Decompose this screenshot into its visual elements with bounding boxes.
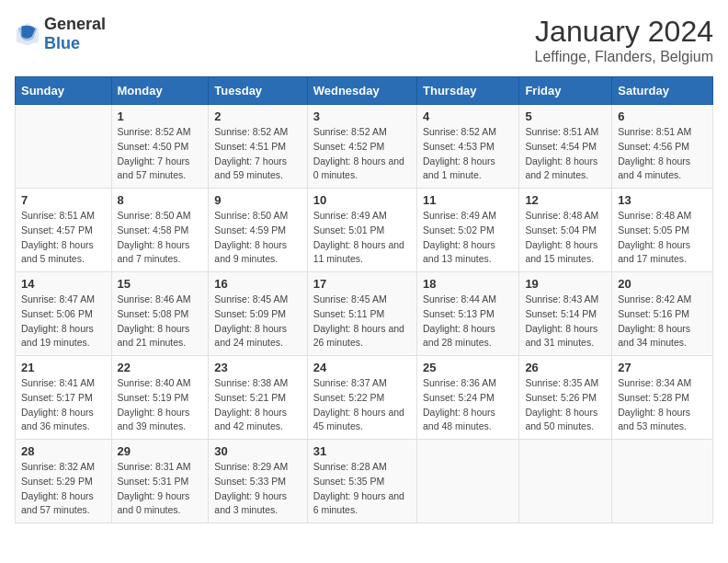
calendar-day-cell: 11Sunrise: 8:49 AMSunset: 5:02 PMDayligh… xyxy=(417,189,519,272)
calendar-day-cell: 25Sunrise: 8:36 AMSunset: 5:24 PMDayligh… xyxy=(417,356,519,440)
day-number: 21 xyxy=(21,361,106,374)
day-number: 10 xyxy=(313,193,411,207)
logo-general: General xyxy=(44,15,106,33)
calendar-day-cell: 8Sunrise: 8:50 AMSunset: 4:58 PMDaylight… xyxy=(111,189,209,272)
day-details: Sunrise: 8:29 AMSunset: 5:33 PMDaylight:… xyxy=(214,460,301,518)
calendar-day-cell: 19Sunrise: 8:43 AMSunset: 5:14 PMDayligh… xyxy=(519,272,612,356)
day-number: 29 xyxy=(118,444,203,458)
logo: General Blue xyxy=(15,15,106,53)
day-number: 31 xyxy=(313,444,411,458)
title-block: January 2024 Leffinge, Flanders, Belgium xyxy=(535,15,713,65)
location-title: Leffinge, Flanders, Belgium xyxy=(535,49,713,65)
day-number: 3 xyxy=(313,109,411,123)
day-details: Sunrise: 8:44 AMSunset: 5:13 PMDaylight:… xyxy=(423,293,513,350)
day-details: Sunrise: 8:46 AMSunset: 5:08 PMDaylight:… xyxy=(118,293,203,350)
day-number: 12 xyxy=(525,193,606,207)
day-details: Sunrise: 8:45 AMSunset: 5:09 PMDaylight:… xyxy=(214,293,301,350)
month-title: January 2024 xyxy=(535,15,713,49)
day-details: Sunrise: 8:51 AMSunset: 4:56 PMDaylight:… xyxy=(618,125,707,183)
calendar-day-cell: 24Sunrise: 8:37 AMSunset: 5:22 PMDayligh… xyxy=(307,356,416,440)
weekday-header: Saturday xyxy=(612,77,713,105)
day-details: Sunrise: 8:49 AMSunset: 5:01 PMDaylight:… xyxy=(313,209,411,267)
calendar-day-cell: 31Sunrise: 8:28 AMSunset: 5:35 PMDayligh… xyxy=(307,440,416,523)
day-number: 20 xyxy=(618,277,707,291)
calendar-day-cell: 26Sunrise: 8:35 AMSunset: 5:26 PMDayligh… xyxy=(519,356,612,440)
calendar-day-cell xyxy=(519,440,612,523)
calendar-day-cell: 9Sunrise: 8:50 AMSunset: 4:59 PMDaylight… xyxy=(209,189,307,272)
calendar-day-cell: 16Sunrise: 8:45 AMSunset: 5:09 PMDayligh… xyxy=(209,272,307,356)
calendar-day-cell: 21Sunrise: 8:41 AMSunset: 5:17 PMDayligh… xyxy=(16,356,112,440)
calendar-day-cell: 2Sunrise: 8:52 AMSunset: 4:51 PMDaylight… xyxy=(209,105,307,189)
day-details: Sunrise: 8:52 AMSunset: 4:53 PMDaylight:… xyxy=(423,125,513,183)
page-header: General Blue January 2024 Leffinge, Flan… xyxy=(15,15,713,65)
day-number: 30 xyxy=(214,444,301,458)
calendar-day-cell: 17Sunrise: 8:45 AMSunset: 5:11 PMDayligh… xyxy=(307,272,416,356)
logo-icon xyxy=(15,21,40,47)
day-number: 9 xyxy=(214,193,301,207)
day-details: Sunrise: 8:48 AMSunset: 5:05 PMDaylight:… xyxy=(618,209,707,267)
logo-blue: Blue xyxy=(44,34,80,52)
calendar-day-cell: 5Sunrise: 8:51 AMSunset: 4:54 PMDaylight… xyxy=(519,105,612,189)
day-number: 18 xyxy=(423,277,513,291)
day-number: 5 xyxy=(525,109,606,123)
day-number: 22 xyxy=(118,361,203,374)
calendar-week-row: 7Sunrise: 8:51 AMSunset: 4:57 PMDaylight… xyxy=(16,189,713,272)
day-details: Sunrise: 8:48 AMSunset: 5:04 PMDaylight:… xyxy=(525,209,606,267)
calendar-day-cell: 23Sunrise: 8:38 AMSunset: 5:21 PMDayligh… xyxy=(209,356,307,440)
weekday-header: Sunday xyxy=(16,77,112,105)
calendar-day-cell: 27Sunrise: 8:34 AMSunset: 5:28 PMDayligh… xyxy=(612,356,713,440)
day-details: Sunrise: 8:34 AMSunset: 5:28 PMDaylight:… xyxy=(618,376,707,434)
day-details: Sunrise: 8:47 AMSunset: 5:06 PMDaylight:… xyxy=(21,293,106,350)
calendar-header-row: SundayMondayTuesdayWednesdayThursdayFrid… xyxy=(16,77,713,105)
day-number: 24 xyxy=(313,361,411,374)
day-details: Sunrise: 8:45 AMSunset: 5:11 PMDaylight:… xyxy=(313,293,411,350)
day-details: Sunrise: 8:51 AMSunset: 4:54 PMDaylight:… xyxy=(525,125,606,183)
day-details: Sunrise: 8:43 AMSunset: 5:14 PMDaylight:… xyxy=(525,293,606,350)
calendar-week-row: 28Sunrise: 8:32 AMSunset: 5:29 PMDayligh… xyxy=(16,440,713,523)
calendar-day-cell: 3Sunrise: 8:52 AMSunset: 4:52 PMDaylight… xyxy=(307,105,416,189)
day-details: Sunrise: 8:50 AMSunset: 4:59 PMDaylight:… xyxy=(214,209,301,267)
calendar-week-row: 1Sunrise: 8:52 AMSunset: 4:50 PMDaylight… xyxy=(16,105,713,189)
day-number: 8 xyxy=(118,193,203,207)
calendar-day-cell: 10Sunrise: 8:49 AMSunset: 5:01 PMDayligh… xyxy=(307,189,416,272)
day-number: 15 xyxy=(118,277,203,291)
day-details: Sunrise: 8:52 AMSunset: 4:52 PMDaylight:… xyxy=(313,125,411,183)
day-details: Sunrise: 8:36 AMSunset: 5:24 PMDaylight:… xyxy=(423,376,513,434)
calendar-day-cell: 28Sunrise: 8:32 AMSunset: 5:29 PMDayligh… xyxy=(16,440,112,523)
day-number: 27 xyxy=(618,361,707,374)
day-number: 25 xyxy=(423,361,513,374)
weekday-header: Monday xyxy=(111,77,209,105)
day-details: Sunrise: 8:31 AMSunset: 5:31 PMDaylight:… xyxy=(118,460,203,518)
day-number: 28 xyxy=(21,444,106,458)
calendar-day-cell: 6Sunrise: 8:51 AMSunset: 4:56 PMDaylight… xyxy=(612,105,713,189)
day-details: Sunrise: 8:41 AMSunset: 5:17 PMDaylight:… xyxy=(21,376,106,434)
calendar-day-cell xyxy=(612,440,713,523)
day-details: Sunrise: 8:50 AMSunset: 4:58 PMDaylight:… xyxy=(118,209,203,267)
day-details: Sunrise: 8:28 AMSunset: 5:35 PMDaylight:… xyxy=(313,460,411,518)
day-number: 23 xyxy=(214,361,301,374)
calendar-day-cell: 30Sunrise: 8:29 AMSunset: 5:33 PMDayligh… xyxy=(209,440,307,523)
weekday-header: Friday xyxy=(519,77,612,105)
day-number: 4 xyxy=(423,109,513,123)
calendar-day-cell: 20Sunrise: 8:42 AMSunset: 5:16 PMDayligh… xyxy=(612,272,713,356)
calendar-day-cell: 12Sunrise: 8:48 AMSunset: 5:04 PMDayligh… xyxy=(519,189,612,272)
day-details: Sunrise: 8:52 AMSunset: 4:51 PMDaylight:… xyxy=(214,125,301,183)
calendar-week-row: 14Sunrise: 8:47 AMSunset: 5:06 PMDayligh… xyxy=(16,272,713,356)
calendar-day-cell: 13Sunrise: 8:48 AMSunset: 5:05 PMDayligh… xyxy=(612,189,713,272)
calendar-table: SundayMondayTuesdayWednesdayThursdayFrid… xyxy=(15,76,713,523)
calendar-day-cell: 22Sunrise: 8:40 AMSunset: 5:19 PMDayligh… xyxy=(111,356,209,440)
day-number: 11 xyxy=(423,193,513,207)
day-number: 7 xyxy=(21,193,106,207)
calendar-day-cell: 7Sunrise: 8:51 AMSunset: 4:57 PMDaylight… xyxy=(16,189,112,272)
day-number: 2 xyxy=(214,109,301,123)
calendar-day-cell: 14Sunrise: 8:47 AMSunset: 5:06 PMDayligh… xyxy=(16,272,112,356)
calendar-day-cell: 1Sunrise: 8:52 AMSunset: 4:50 PMDaylight… xyxy=(111,105,209,189)
day-number: 6 xyxy=(618,109,707,123)
day-details: Sunrise: 8:42 AMSunset: 5:16 PMDaylight:… xyxy=(618,293,707,350)
day-number: 14 xyxy=(21,277,106,291)
day-details: Sunrise: 8:49 AMSunset: 5:02 PMDaylight:… xyxy=(423,209,513,267)
day-details: Sunrise: 8:40 AMSunset: 5:19 PMDaylight:… xyxy=(118,376,203,434)
calendar-day-cell: 15Sunrise: 8:46 AMSunset: 5:08 PMDayligh… xyxy=(111,272,209,356)
calendar-day-cell: 29Sunrise: 8:31 AMSunset: 5:31 PMDayligh… xyxy=(111,440,209,523)
calendar-day-cell xyxy=(16,105,112,189)
